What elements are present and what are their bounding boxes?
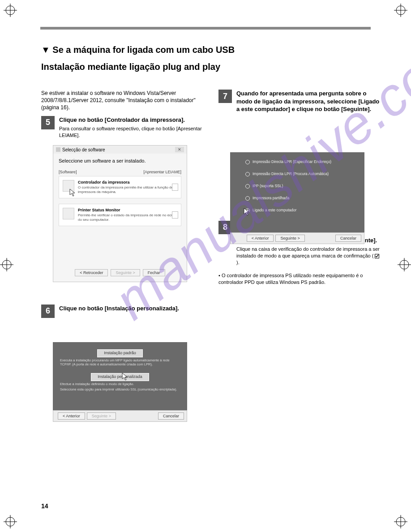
- step-text: Quando for apresentada uma pergunta sobr…: [236, 90, 380, 113]
- readme-button[interactable]: [172, 184, 178, 191]
- dialog-install-type: Instalação padrão Executa a instalação p…: [53, 342, 187, 422]
- radio-icon: [245, 184, 250, 189]
- standard-install-button[interactable]: Instalação padrão: [97, 349, 143, 357]
- close-button[interactable]: ✕: [175, 147, 184, 152]
- close-button[interactable]: Fechar: [143, 269, 165, 276]
- step-text: Clique no botão [Instalação personalizad…: [59, 305, 179, 313]
- radio-this-computer[interactable]: Ligado a este computador: [245, 208, 357, 213]
- cursor-icon: [122, 373, 129, 381]
- dialog-title: Selecção de software: [62, 147, 105, 152]
- radio-label: Ligado a este computador: [253, 208, 296, 213]
- checkbox-icon: [375, 254, 379, 258]
- radio-shared[interactable]: Impressora partilhada: [245, 196, 357, 201]
- software-item-title: Printer Status Monitor: [78, 208, 177, 212]
- radio-label: IPP (suporta SSL): [253, 184, 283, 189]
- radio-icon: [245, 172, 250, 176]
- radio-label: Impressora partilhada: [253, 196, 289, 201]
- back-button[interactable]: < Anterior: [58, 412, 85, 420]
- registration-mark: [398, 258, 411, 271]
- radio-lpr-auto[interactable]: Impressão Directa LPR (Procura Automátic…: [245, 172, 357, 176]
- step-7: 7 Quando for apresentada uma pergunta so…: [218, 90, 380, 113]
- software-item-printer-driver[interactable]: Controlador da impressora O controlador …: [59, 176, 181, 198]
- registration-mark: [4, 4, 17, 17]
- software-item-status-monitor[interactable]: Printer Status Monitor Permite-lhe verif…: [59, 204, 181, 226]
- cursor-icon: [69, 189, 77, 197]
- software-item-title: Controlador da impressora: [78, 180, 177, 184]
- page-context-heading: ▼ Se a máquina for ligada com um cabo US…: [41, 45, 370, 55]
- registration-mark: [4, 515, 17, 528]
- next-button[interactable]: Seguinte >: [87, 412, 116, 420]
- radio-label: Impressão Directa LPR (Procura Automátic…: [253, 172, 329, 176]
- next-button[interactable]: Seguinte >: [275, 235, 304, 242]
- software-item-desc: Permite-lhe verificar o estado da impres…: [78, 213, 177, 222]
- back-button[interactable]: < Retroceder: [75, 269, 108, 276]
- registration-mark: [394, 515, 407, 528]
- dialog-software-selection: Selecção de software ✕ Seleccione um sof…: [53, 145, 187, 282]
- monitor-icon: [63, 208, 74, 219]
- back-button[interactable]: < Anterior: [247, 235, 274, 242]
- cursor-icon: [244, 208, 251, 216]
- registration-mark: [394, 4, 407, 17]
- cancel-button[interactable]: Cancelar: [158, 412, 184, 420]
- intro-text: Se estiver a instalar o software no Wind…: [41, 90, 202, 112]
- step-text: Clique no botão [Controlador da impresso…: [59, 116, 202, 124]
- radio-ipp[interactable]: IPP (suporta SSL): [245, 184, 357, 189]
- radio-label: Impressão Directa LPR (Especificar Ender…: [253, 159, 331, 164]
- horizontal-rule: [40, 27, 371, 30]
- column-readme-label: [Apresentar LEIAME]: [143, 170, 181, 174]
- radio-icon: [245, 160, 250, 164]
- driver-note: • O controlador de impressora PS utiliza…: [218, 272, 380, 286]
- step-number: 7: [218, 90, 232, 103]
- registration-mark: [0, 258, 13, 271]
- app-icon: [56, 147, 60, 152]
- column-software-label: [Software]: [59, 170, 77, 174]
- standard-install-desc: Executa a instalação procurando um MFP l…: [60, 358, 180, 367]
- custom-install-desc2: Seleccione esta opção para imprimir util…: [60, 387, 180, 392]
- radio-lpr-specify[interactable]: Impressão Directa LPR (Especificar Ender…: [245, 159, 357, 164]
- dialog-connection-mode: Impressão Directa LPR (Especificar Ender…: [230, 152, 364, 244]
- cancel-button[interactable]: Cancelar: [335, 235, 361, 242]
- step-number: 6: [41, 305, 55, 318]
- readme-button[interactable]: [172, 211, 178, 219]
- custom-install-button[interactable]: Instalação personalizada: [91, 373, 149, 381]
- dialog-heading: Seleccione um software a ser instalado.: [59, 158, 181, 163]
- step-subtext: Clique na caixa de verificação do contro…: [236, 246, 380, 266]
- radio-icon: [245, 196, 250, 201]
- software-item-desc: O controlador da impressora permite-lhe …: [78, 185, 177, 194]
- custom-install-desc: Efectue a instalação definindo o modo de…: [60, 382, 180, 386]
- page-section-heading: Instalação mediante ligação plug and pla…: [41, 62, 370, 72]
- step-number: 5: [41, 116, 55, 129]
- step-subtext: Para consultar o software respectivo, cl…: [59, 125, 202, 139]
- step-5: 5 Clique no botão [Controlador da impres…: [41, 116, 202, 139]
- page-number: 14: [41, 502, 48, 510]
- dialog-titlebar: Selecção de software ✕: [53, 146, 187, 154]
- next-button[interactable]: Seguinte >: [111, 269, 140, 276]
